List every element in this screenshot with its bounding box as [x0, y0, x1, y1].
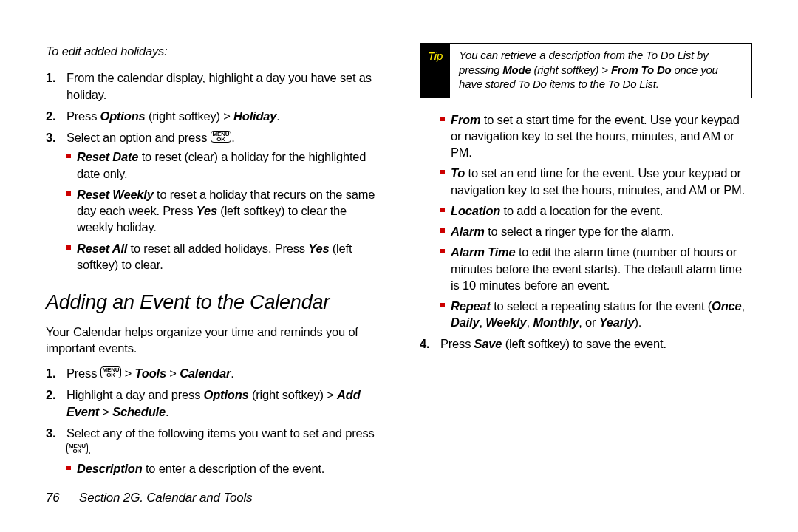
to-label: To — [451, 166, 465, 180]
alarm-time-label: Alarm Time — [451, 245, 516, 259]
subheading-edit-holidays: To edit added holidays: — [46, 43, 378, 59]
reset-all-label: Reset All — [77, 242, 127, 255]
daily-label: Daily — [451, 316, 479, 329]
mode-label: Mode — [502, 64, 531, 76]
menu-ok-key-icon: MENU OK — [211, 131, 232, 143]
list-text: to set an end time for the event. Use yo… — [451, 166, 745, 196]
list-text: , or — [579, 316, 598, 329]
list-text: . — [166, 405, 168, 418]
list-text: Press — [440, 337, 474, 350]
alarm-label: Alarm — [451, 225, 485, 238]
right-column: Tip You can retrieve a description from … — [420, 43, 752, 482]
list-text: (right softkey) > — [249, 388, 338, 401]
event-fields-list-left: Description to enter a description of th… — [66, 460, 378, 477]
repeat-label: Repeat — [451, 299, 491, 313]
yes-label: Yes — [197, 204, 217, 217]
list-item: 2. Press Options (right softkey) > Holid… — [46, 108, 378, 124]
list-item: Alarm to select a ringer type for the al… — [440, 223, 752, 239]
options-label: Options — [204, 388, 249, 401]
list-text: to select a ringer type for the alarm. — [485, 225, 674, 238]
page-number: 76 — [46, 491, 60, 505]
tip-box: Tip You can retrieve a description from … — [420, 43, 752, 98]
reset-options-list: Reset Date to reset (clear) a holiday fo… — [66, 149, 378, 273]
menu-ok-key-icon: MENU OK — [100, 366, 122, 378]
list-text: Press — [66, 109, 100, 123]
list-number: 2. — [46, 386, 55, 403]
list-text: to enter a description of the event. — [143, 462, 325, 475]
list-text: , — [479, 316, 485, 329]
description-label: Description — [77, 462, 143, 475]
list-text: Select an option and press — [66, 131, 211, 144]
list-item: 3. Select an option and press MENU OK. R… — [46, 129, 378, 273]
list-item: 3. Select any of the following items you… — [46, 425, 378, 477]
reset-date-label: Reset Date — [77, 150, 138, 163]
list-text: to set a start time for the event. Use y… — [451, 113, 740, 160]
event-fields-list-right: From to set a start time for the event. … — [440, 112, 752, 331]
once-label: Once — [712, 299, 741, 313]
two-column-layout: To edit added holidays: 1. From the cale… — [46, 43, 752, 482]
list-number: 3. — [46, 425, 55, 441]
list-text: (right softkey) > — [146, 109, 234, 123]
manual-page: To edit added holidays: 1. From the cale… — [0, 0, 798, 532]
schedule-label: Schedule — [112, 405, 166, 418]
list-text: to select a repeating status for the eve… — [491, 299, 712, 313]
from-to-do-label: From To Do — [611, 64, 672, 76]
list-item: Reset Weekly to reset a holiday that rec… — [66, 186, 378, 236]
section-name: Section 2G. Calendar and Tools — [79, 491, 252, 505]
location-label: Location — [451, 204, 500, 217]
list-item: 4. Press Save (left softkey) to save the… — [420, 335, 752, 352]
tip-label: Tip — [420, 44, 450, 98]
tip-text: (right softkey) > — [531, 64, 611, 76]
list-item: From to set a start time for the event. … — [440, 112, 752, 161]
list-text: to add a location for the event. — [500, 204, 663, 217]
holiday-label: Holiday — [233, 109, 276, 123]
list-text: to reset all added holidays. Press — [127, 242, 308, 255]
menu-ok-key-icon: MENU OK — [66, 443, 88, 454]
list-item: 1. From the calendar display, highlight … — [46, 69, 378, 103]
yearly-label: Yearly — [599, 316, 635, 329]
list-text: , — [741, 299, 744, 313]
list-item: 2. Highlight a day and press Options (ri… — [46, 386, 378, 420]
list-item: Description to enter a description of th… — [66, 460, 378, 477]
list-number: 2. — [46, 108, 55, 124]
edit-holidays-list: 1. From the calendar display, highlight … — [46, 69, 378, 273]
list-item: Reset Date to reset (clear) a holiday fo… — [66, 149, 378, 182]
list-item: Location to add a location for the event… — [440, 202, 752, 219]
list-text: . — [88, 443, 91, 456]
list-text: From the calendar display, highlight a d… — [66, 71, 372, 100]
reset-weekly-label: Reset Weekly — [77, 188, 154, 201]
list-text: (left softkey) to save the event. — [502, 337, 666, 350]
list-item: Alarm Time to edit the alarm time (numbe… — [440, 244, 752, 293]
list-text: ). — [634, 316, 641, 329]
intro-paragraph: Your Calendar helps organize your time a… — [46, 324, 378, 357]
list-text: > — [99, 405, 112, 418]
list-item: To to set an end time for the event. Use… — [440, 165, 752, 198]
list-text: > — [166, 366, 180, 380]
tip-body: You can retrieve a description from the … — [450, 44, 751, 98]
monthly-label: Monthly — [533, 316, 579, 329]
list-text: . — [231, 366, 233, 380]
list-text: > — [121, 366, 134, 380]
list-number: 3. — [46, 129, 55, 146]
options-label: Options — [100, 109, 146, 123]
list-number: 4. — [420, 335, 429, 352]
list-item: Reset All to reset all added holidays. P… — [66, 240, 378, 273]
list-text: . — [231, 131, 234, 144]
left-column: To edit added holidays: 1. From the cale… — [46, 43, 378, 482]
list-text: . — [276, 109, 279, 123]
list-number: 1. — [46, 69, 55, 86]
weekly-label: Weekly — [485, 316, 526, 329]
list-number: 1. — [46, 365, 55, 381]
save-step: 4. Press Save (left softkey) to save the… — [420, 335, 752, 352]
add-event-steps: 1. Press MENU OK > Tools > Calendar. 2. … — [46, 365, 378, 477]
list-item: Repeat to select a repeating status for … — [440, 298, 752, 331]
page-footer: 76 Section 2G. Calendar and Tools — [46, 491, 252, 505]
tools-label: Tools — [135, 366, 166, 380]
list-text: Highlight a day and press — [66, 388, 204, 401]
list-text: Press — [66, 366, 100, 380]
calendar-label: Calendar — [180, 366, 231, 380]
save-label: Save — [474, 337, 502, 350]
heading-adding-event: Adding an Event to the Calendar — [46, 289, 378, 316]
list-item: 1. Press MENU OK > Tools > Calendar. — [46, 365, 378, 381]
list-text: Select any of the following items you wa… — [66, 426, 375, 440]
